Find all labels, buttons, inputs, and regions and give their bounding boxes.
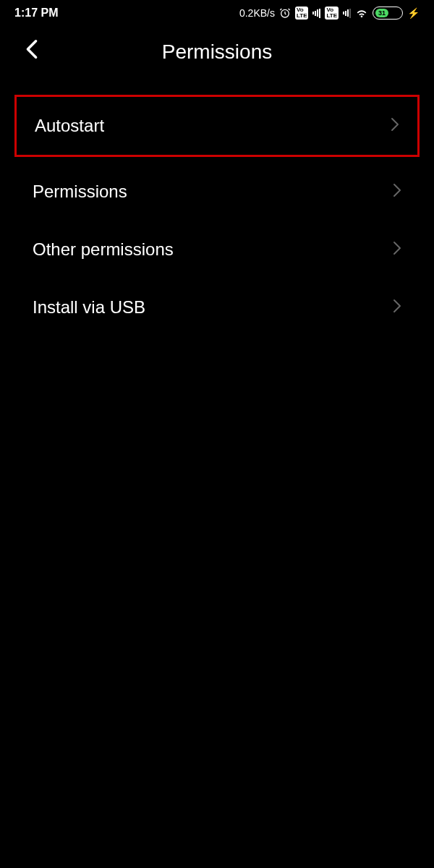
menu-list: Autostart Permissions Other permissions …: [0, 82, 434, 344]
menu-item-install-via-usb[interactable]: Install via USB: [0, 278, 434, 336]
page-title: Permissions: [18, 41, 416, 64]
signal-bars-1: [312, 8, 320, 18]
chevron-right-icon: [393, 299, 401, 316]
wifi-icon: [355, 7, 368, 20]
status-icons: 0.2KB/s VoLTE VoLTE 31 ⚡: [239, 7, 420, 20]
menu-label: Permissions: [33, 182, 127, 202]
charging-icon: ⚡: [407, 7, 420, 19]
volte-icon-2: VoLTE: [325, 7, 339, 20]
chevron-right-icon: [391, 117, 399, 135]
battery-percent: 31: [375, 9, 388, 17]
menu-label: Install via USB: [33, 297, 145, 318]
header: Permissions: [0, 26, 434, 82]
back-button[interactable]: [25, 39, 38, 62]
menu-label: Other permissions: [33, 239, 174, 260]
volte-icon-1: VoLTE: [295, 7, 309, 20]
menu-item-other-permissions[interactable]: Other permissions: [0, 221, 434, 278]
status-time: 1:17 PM: [14, 7, 58, 20]
menu-item-autostart[interactable]: Autostart: [14, 95, 420, 157]
chevron-right-icon: [393, 183, 401, 200]
status-bar: 1:17 PM 0.2KB/s VoLTE VoLTE 31 ⚡: [0, 0, 434, 26]
alarm-icon: [279, 7, 291, 19]
chevron-right-icon: [393, 241, 401, 258]
battery-icon: 31: [373, 7, 403, 20]
signal-bars-2: [343, 8, 351, 18]
menu-item-permissions[interactable]: Permissions: [0, 163, 434, 221]
data-speed: 0.2KB/s: [239, 7, 275, 19]
menu-label: Autostart: [35, 116, 104, 136]
